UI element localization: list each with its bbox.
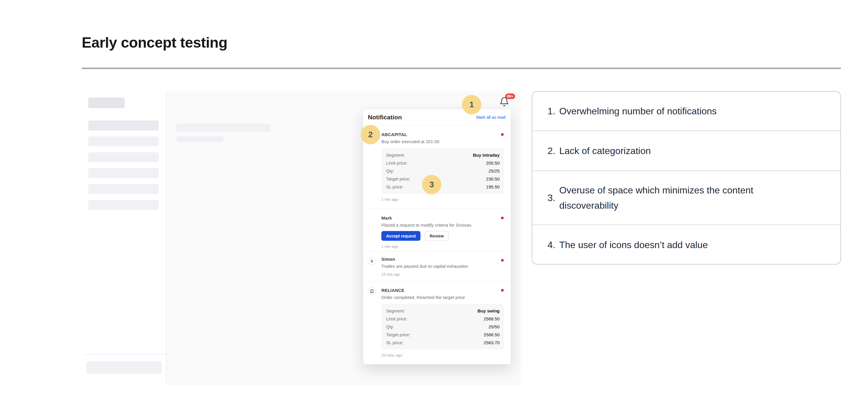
- notification-item[interactable]: ABCAPITAL Buy order executed at 201.00 S…: [363, 126, 511, 209]
- unread-dot: [501, 133, 504, 136]
- findings-panel: 1. Overwhelming number of notifications …: [532, 91, 841, 265]
- accept-request-button[interactable]: Accept request: [381, 231, 421, 241]
- detail-value: 25/50: [488, 324, 500, 329]
- detail-value: 2568.50: [484, 316, 500, 321]
- order-details-card: Segment: Buy intraday Limit price: 200.5…: [381, 148, 504, 194]
- detail-row: Segment: Buy intraday: [386, 151, 500, 159]
- skeleton-nav-item: [88, 168, 159, 178]
- unread-dot: [501, 259, 504, 262]
- mockup-sidebar: [85, 91, 166, 385]
- detail-value: 195.50: [486, 184, 500, 189]
- notification-subtitle: Order completed. Reached the target pric…: [381, 295, 504, 300]
- annotation-marker-1: 1: [462, 95, 481, 114]
- notification-title: Mark: [381, 216, 504, 221]
- detail-row: Limit price: 200.50: [386, 159, 500, 167]
- detail-row: Target price: 2588.50: [386, 331, 500, 339]
- skeleton-logo: [88, 98, 125, 108]
- notification-item[interactable]: Mark Placed a request to modify criteria…: [363, 209, 511, 251]
- detail-row: SL price: 195.50: [386, 183, 500, 191]
- skeleton-text-line: [177, 124, 271, 132]
- page: Early concept testing 99+: [0, 0, 868, 393]
- unread-dot: [501, 217, 504, 219]
- annotation-marker-2: 2: [361, 125, 380, 144]
- finding-number: 3.: [548, 193, 559, 203]
- detail-label: SL price:: [386, 340, 403, 345]
- detail-row: Qty: 25/25: [386, 167, 500, 175]
- wireframe-mockup: 99+ Notification Mark all as read ABCAPI…: [85, 91, 521, 385]
- avatar: S: [368, 257, 376, 265]
- page-title: Early concept testing: [82, 34, 227, 51]
- skeleton-nav-item: [88, 121, 159, 131]
- detail-row: Qty: 25/50: [386, 323, 500, 331]
- finding-text: Overuse of space which minimizes the con…: [559, 183, 795, 213]
- notification-subtitle: Trades are paused due to capital exhaust…: [381, 264, 504, 269]
- notification-subtitle: Placed a request to modify criteria for …: [381, 223, 504, 228]
- notification-item[interactable]: RELIANCE Order completed. Reached the ta…: [363, 281, 511, 364]
- mark-all-read-link[interactable]: Mark all as read: [476, 115, 505, 120]
- review-button[interactable]: Review: [425, 231, 449, 241]
- building-icon: [370, 289, 374, 293]
- finding-item: 1. Overwhelming number of notifications: [532, 92, 840, 131]
- notification-panel-header: Notification Mark all as read: [363, 109, 511, 126]
- detail-label: Target price:: [386, 176, 410, 182]
- notification-timestamp: 15 min ago: [381, 272, 504, 276]
- detail-row: Segment: Buy swing: [386, 307, 500, 315]
- detail-row: SL price: 2563.70: [386, 339, 500, 347]
- skeleton-text-line: [177, 136, 223, 142]
- detail-label: Segment:: [386, 308, 405, 313]
- notification-count-badge: 99+: [505, 94, 515, 99]
- notification-timestamp: 20 mins ago: [381, 353, 504, 357]
- notification-timestamp: 1 min ago: [381, 197, 504, 202]
- detail-row: Limit price: 2568.50: [386, 315, 500, 323]
- notification-item[interactable]: S Simon Trades are paused due to capital…: [363, 251, 511, 281]
- mockup-canvas: 99+ Notification Mark all as read ABCAPI…: [166, 91, 521, 385]
- skeleton-nav-item: [88, 184, 159, 194]
- notification-title: ABCAPITAL: [381, 132, 504, 137]
- avatar: [368, 287, 376, 295]
- notification-panel: Notification Mark all as read ABCAPITAL …: [363, 109, 511, 364]
- detail-value: 200.50: [486, 161, 500, 165]
- annotation-marker-3: 3: [422, 175, 441, 194]
- finding-number: 2.: [548, 145, 559, 156]
- detail-label: Limit price:: [386, 316, 407, 321]
- finding-item: 2. Lack of categorization: [532, 131, 840, 171]
- detail-label: Qty:: [386, 324, 394, 329]
- detail-label: SL price:: [386, 184, 403, 189]
- detail-value: 25/25: [488, 168, 500, 173]
- skeleton-footer-item: [87, 361, 162, 374]
- detail-value: 2588.50: [484, 332, 500, 337]
- finding-item: 4. The user of icons doesn’t add value: [532, 225, 840, 265]
- notification-bell-button[interactable]: 99+: [497, 95, 511, 109]
- finding-item: 3. Overuse of space which minimizes the …: [532, 171, 840, 225]
- notification-title: Simon: [381, 257, 504, 262]
- detail-row: Target price: 230.50: [386, 175, 500, 183]
- finding-number: 4.: [548, 239, 559, 251]
- skeleton-nav-item: [88, 152, 159, 162]
- detail-value: 2563.70: [484, 340, 500, 345]
- notification-title: RELIANCE: [381, 288, 504, 293]
- title-divider: [82, 68, 841, 69]
- sidebar-divider: [85, 354, 166, 355]
- detail-label: Target price:: [386, 332, 410, 337]
- finding-text: Lack of categorization: [559, 143, 651, 158]
- detail-value: 230.50: [486, 176, 500, 182]
- order-details-card: Segment: Buy swing Limit price: 2568.50 …: [381, 304, 504, 350]
- skeleton-nav-item: [88, 200, 159, 210]
- skeleton-nav-item: [88, 136, 159, 146]
- finding-text: Overwhelming number of notifications: [559, 103, 717, 119]
- notification-panel-title: Notification: [368, 114, 402, 121]
- unread-dot: [501, 289, 504, 292]
- notification-actions: Accept request Review: [381, 231, 504, 241]
- detail-label: Qty:: [386, 168, 394, 173]
- finding-number: 1.: [548, 106, 559, 117]
- detail-value: Buy swing: [477, 308, 500, 313]
- notification-timestamp: 1 min ago: [381, 244, 504, 249]
- detail-label: Limit price:: [386, 161, 407, 165]
- finding-text: The user of icons doesn’t add value: [559, 237, 708, 253]
- notification-subtitle: Buy order executed at 201.00: [381, 139, 504, 144]
- detail-value: Buy intraday: [473, 153, 500, 158]
- detail-label: Segment:: [386, 153, 405, 158]
